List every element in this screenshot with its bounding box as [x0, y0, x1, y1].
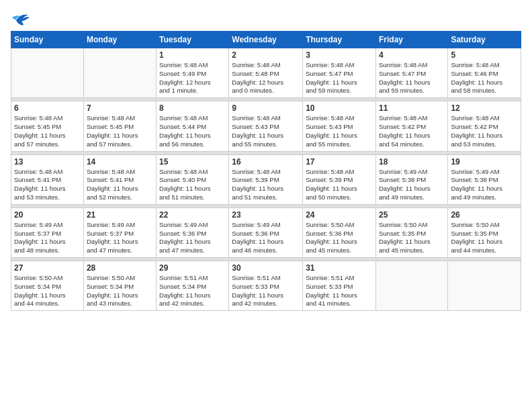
day-info: Sunrise: 5:48 AM Sunset: 5:39 PM Dayligh…	[232, 168, 300, 202]
day-number: 7	[87, 103, 153, 113]
day-number: 31	[306, 263, 373, 273]
header-tuesday: Tuesday	[157, 32, 229, 48]
day-info: Sunrise: 5:51 AM Sunset: 5:33 PM Dayligh…	[232, 274, 300, 308]
day-info: Sunrise: 5:48 AM Sunset: 5:49 PM Dayligh…	[159, 61, 226, 95]
day-number: 16	[232, 157, 300, 167]
day-cell: 5Sunrise: 5:48 AM Sunset: 5:46 PM Daylig…	[448, 48, 521, 98]
day-info: Sunrise: 5:48 AM Sunset: 5:47 PM Dayligh…	[306, 61, 373, 95]
day-cell: 14Sunrise: 5:48 AM Sunset: 5:41 PM Dayli…	[83, 154, 156, 204]
day-cell: 21Sunrise: 5:49 AM Sunset: 5:37 PM Dayli…	[83, 208, 156, 257]
day-cell: 7Sunrise: 5:48 AM Sunset: 5:45 PM Daylig…	[83, 101, 156, 151]
day-number: 21	[87, 210, 153, 220]
day-number: 17	[306, 157, 373, 167]
day-number: 26	[451, 210, 518, 220]
day-cell: 31Sunrise: 5:51 AM Sunset: 5:33 PM Dayli…	[303, 261, 376, 311]
day-cell: 6Sunrise: 5:48 AM Sunset: 5:45 PM Daylig…	[11, 101, 84, 151]
day-number: 2	[232, 50, 300, 60]
day-cell: 23Sunrise: 5:49 AM Sunset: 5:36 PM Dayli…	[229, 208, 303, 257]
week-row-4: 20Sunrise: 5:49 AM Sunset: 5:37 PM Dayli…	[11, 208, 521, 257]
day-cell: 10Sunrise: 5:48 AM Sunset: 5:43 PM Dayli…	[303, 101, 376, 151]
day-info: Sunrise: 5:48 AM Sunset: 5:46 PM Dayligh…	[451, 61, 518, 95]
day-number: 1	[159, 50, 226, 60]
day-cell: 4Sunrise: 5:48 AM Sunset: 5:47 PM Daylig…	[375, 48, 447, 98]
day-cell: 19Sunrise: 5:49 AM Sunset: 5:38 PM Dayli…	[448, 154, 521, 204]
day-number: 19	[451, 157, 518, 167]
week-row-3: 13Sunrise: 5:48 AM Sunset: 5:41 PM Dayli…	[11, 154, 521, 204]
day-cell: 27Sunrise: 5:50 AM Sunset: 5:34 PM Dayli…	[11, 261, 84, 311]
day-info: Sunrise: 5:48 AM Sunset: 5:43 PM Dayligh…	[306, 114, 373, 148]
day-number: 25	[379, 210, 445, 220]
day-number: 3	[306, 50, 373, 60]
day-number: 28	[87, 263, 153, 273]
day-info: Sunrise: 5:48 AM Sunset: 5:45 PM Dayligh…	[14, 114, 81, 148]
day-cell: 28Sunrise: 5:50 AM Sunset: 5:34 PM Dayli…	[83, 261, 156, 311]
day-info: Sunrise: 5:48 AM Sunset: 5:39 PM Dayligh…	[306, 168, 373, 202]
day-info: Sunrise: 5:49 AM Sunset: 5:38 PM Dayligh…	[451, 168, 518, 202]
day-cell: 25Sunrise: 5:50 AM Sunset: 5:35 PM Dayli…	[375, 208, 447, 257]
day-cell	[375, 261, 447, 311]
header-friday: Friday	[375, 32, 447, 48]
day-number: 20	[14, 210, 81, 220]
header-monday: Monday	[83, 32, 156, 48]
day-number: 12	[451, 103, 518, 113]
day-cell: 17Sunrise: 5:48 AM Sunset: 5:39 PM Dayli…	[303, 154, 376, 204]
day-number: 18	[379, 157, 445, 167]
day-info: Sunrise: 5:49 AM Sunset: 5:38 PM Dayligh…	[379, 168, 445, 202]
day-cell: 15Sunrise: 5:48 AM Sunset: 5:40 PM Dayli…	[157, 154, 229, 204]
day-info: Sunrise: 5:50 AM Sunset: 5:36 PM Dayligh…	[306, 221, 373, 255]
day-number: 8	[159, 103, 226, 113]
header-wednesday: Wednesday	[229, 32, 303, 48]
day-number: 23	[232, 210, 300, 220]
day-number: 9	[232, 103, 300, 113]
day-cell	[83, 48, 156, 98]
day-cell: 20Sunrise: 5:49 AM Sunset: 5:37 PM Dayli…	[11, 208, 84, 257]
day-info: Sunrise: 5:50 AM Sunset: 5:34 PM Dayligh…	[14, 274, 81, 308]
day-cell: 2Sunrise: 5:48 AM Sunset: 5:48 PM Daylig…	[229, 48, 303, 98]
day-number: 30	[232, 263, 300, 273]
day-info: Sunrise: 5:49 AM Sunset: 5:36 PM Dayligh…	[232, 221, 300, 255]
day-cell: 1Sunrise: 5:48 AM Sunset: 5:49 PM Daylig…	[157, 48, 229, 98]
day-number: 10	[306, 103, 373, 113]
day-number: 11	[379, 103, 445, 113]
day-cell: 30Sunrise: 5:51 AM Sunset: 5:33 PM Dayli…	[229, 261, 303, 311]
day-number: 6	[14, 103, 81, 113]
day-cell: 9Sunrise: 5:48 AM Sunset: 5:43 PM Daylig…	[229, 101, 303, 151]
day-info: Sunrise: 5:48 AM Sunset: 5:41 PM Dayligh…	[87, 168, 153, 202]
day-cell: 24Sunrise: 5:50 AM Sunset: 5:36 PM Dayli…	[303, 208, 376, 257]
day-info: Sunrise: 5:48 AM Sunset: 5:41 PM Dayligh…	[14, 168, 81, 202]
day-info: Sunrise: 5:48 AM Sunset: 5:44 PM Dayligh…	[159, 114, 226, 148]
day-cell: 3Sunrise: 5:48 AM Sunset: 5:47 PM Daylig…	[303, 48, 376, 98]
day-info: Sunrise: 5:48 AM Sunset: 5:42 PM Dayligh…	[379, 114, 445, 148]
day-info: Sunrise: 5:50 AM Sunset: 5:35 PM Dayligh…	[379, 221, 445, 255]
header-thursday: Thursday	[303, 32, 376, 48]
day-info: Sunrise: 5:49 AM Sunset: 5:37 PM Dayligh…	[14, 221, 81, 255]
week-row-2: 6Sunrise: 5:48 AM Sunset: 5:45 PM Daylig…	[11, 101, 521, 151]
calendar: SundayMondayTuesdayWednesdayThursdayFrid…	[11, 31, 521, 311]
day-info: Sunrise: 5:48 AM Sunset: 5:45 PM Dayligh…	[87, 114, 153, 148]
day-number: 29	[159, 263, 226, 273]
logo	[11, 11, 32, 26]
day-cell: 13Sunrise: 5:48 AM Sunset: 5:41 PM Dayli…	[11, 154, 84, 204]
day-number: 4	[379, 50, 445, 60]
day-info: Sunrise: 5:50 AM Sunset: 5:35 PM Dayligh…	[451, 221, 518, 255]
week-row-1: 1Sunrise: 5:48 AM Sunset: 5:49 PM Daylig…	[11, 48, 521, 98]
header-sunday: Sunday	[11, 32, 84, 48]
day-number: 13	[14, 157, 81, 167]
day-cell: 29Sunrise: 5:51 AM Sunset: 5:34 PM Dayli…	[157, 261, 229, 311]
day-number: 5	[451, 50, 518, 60]
day-info: Sunrise: 5:50 AM Sunset: 5:34 PM Dayligh…	[87, 274, 153, 308]
day-number: 22	[159, 210, 226, 220]
day-cell: 18Sunrise: 5:49 AM Sunset: 5:38 PM Dayli…	[375, 154, 447, 204]
day-info: Sunrise: 5:48 AM Sunset: 5:40 PM Dayligh…	[159, 168, 226, 202]
day-info: Sunrise: 5:51 AM Sunset: 5:34 PM Dayligh…	[159, 274, 226, 308]
week-row-5: 27Sunrise: 5:50 AM Sunset: 5:34 PM Dayli…	[11, 261, 521, 311]
day-cell: 8Sunrise: 5:48 AM Sunset: 5:44 PM Daylig…	[157, 101, 229, 151]
header-row: SundayMondayTuesdayWednesdayThursdayFrid…	[11, 32, 521, 48]
day-cell	[11, 48, 84, 98]
page-header	[11, 11, 521, 26]
day-cell	[448, 261, 521, 311]
day-number: 15	[159, 157, 226, 167]
day-cell: 11Sunrise: 5:48 AM Sunset: 5:42 PM Dayli…	[375, 101, 447, 151]
day-info: Sunrise: 5:48 AM Sunset: 5:48 PM Dayligh…	[232, 61, 300, 95]
header-saturday: Saturday	[448, 32, 521, 48]
